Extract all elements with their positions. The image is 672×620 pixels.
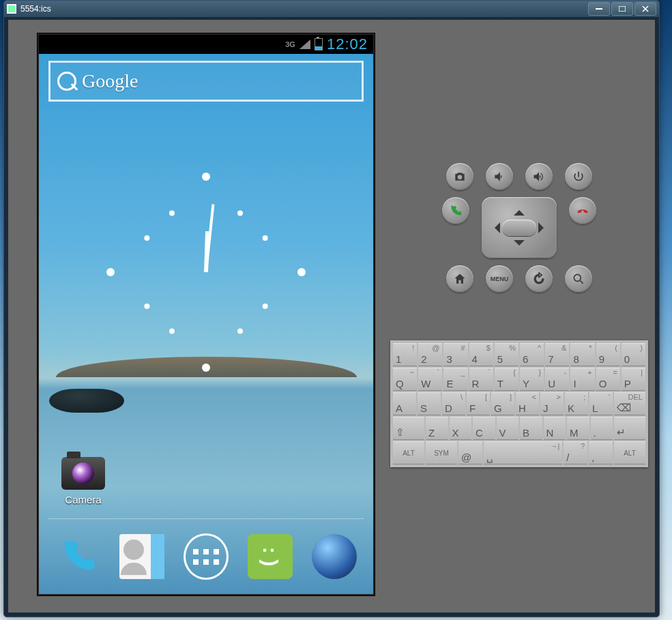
key-at[interactable]: @ xyxy=(458,441,482,464)
key-S[interactable]: S xyxy=(418,392,441,415)
key-5[interactable]: 5% xyxy=(495,343,518,366)
keyboard: 1!2@3#4$5%6^7&8*9(0) Q~W`E_R`T{Y}U-I+O=P… xyxy=(390,340,648,467)
key-I[interactable]: I+ xyxy=(570,368,594,391)
key-D[interactable]: D\ xyxy=(442,392,465,415)
svg-rect-1 xyxy=(619,6,626,12)
back-button[interactable] xyxy=(525,265,553,293)
dpad-center[interactable] xyxy=(502,220,536,236)
key-Q[interactable]: Q~ xyxy=(393,368,417,391)
call-button[interactable] xyxy=(442,197,469,224)
end-call-icon xyxy=(576,204,589,218)
phone-icon xyxy=(58,537,98,576)
home-button[interactable] xyxy=(446,265,473,293)
key-W[interactable]: W` xyxy=(418,368,442,391)
dock-browser[interactable] xyxy=(312,534,357,579)
key-E[interactable]: E_ xyxy=(443,368,467,391)
dpad-right-icon xyxy=(538,222,549,233)
home-screen[interactable]: Google Camera xyxy=(39,54,373,594)
dock-phone[interactable] xyxy=(55,534,100,579)
search-button[interactable] xyxy=(565,265,592,293)
status-bar[interactable]: 3G 12:02 xyxy=(39,35,373,54)
key-G[interactable]: G] xyxy=(491,392,514,415)
key-C[interactable]: C xyxy=(473,417,495,440)
network-indicator: 3G xyxy=(285,40,295,48)
end-call-button[interactable] xyxy=(569,197,596,224)
clock-text: 12:02 xyxy=(327,35,368,53)
key-V[interactable]: V xyxy=(497,417,519,440)
key-6[interactable]: 6^ xyxy=(520,343,544,366)
clock-tick xyxy=(144,235,149,241)
key-4[interactable]: 4$ xyxy=(469,343,493,366)
volume-down-button[interactable] xyxy=(486,163,513,190)
dock-contacts[interactable] xyxy=(119,534,164,579)
key-7[interactable]: 7& xyxy=(545,343,569,366)
key-comma[interactable]: , xyxy=(589,441,613,464)
key-M[interactable]: M xyxy=(567,417,589,440)
minimize-button[interactable] xyxy=(588,2,610,16)
back-icon xyxy=(532,272,546,286)
key-8[interactable]: 8* xyxy=(570,343,594,366)
key-N[interactable]: N xyxy=(544,417,566,440)
dpad-up-icon xyxy=(514,205,525,216)
clock-tick xyxy=(202,364,210,372)
key-L[interactable]: L' xyxy=(589,392,613,415)
key-X[interactable]: X xyxy=(450,417,472,440)
clock-tick xyxy=(169,329,175,334)
key-J[interactable]: J> xyxy=(540,392,564,415)
analog-clock-widget[interactable] xyxy=(97,163,315,381)
device-pane: 3G 12:02 Google xyxy=(8,20,383,612)
search-icon xyxy=(572,272,585,286)
maximize-button[interactable] xyxy=(611,2,633,16)
key-P[interactable]: P| xyxy=(622,368,645,391)
key-T[interactable]: T{ xyxy=(495,368,518,391)
volume-down-icon xyxy=(493,170,506,183)
key-alt-right[interactable]: ALT xyxy=(614,441,645,464)
key-sym[interactable]: SYM xyxy=(426,441,457,464)
emulator-window: 5554:ics 3G 12:02 Google xyxy=(3,0,660,617)
camera-hw-button[interactable] xyxy=(446,163,473,190)
key-0[interactable]: 0) xyxy=(622,343,645,366)
key-alt-left[interactable]: ALT xyxy=(393,441,424,464)
dock-messaging[interactable] xyxy=(248,534,293,579)
key-shift[interactable]: ⇧ xyxy=(393,417,424,440)
key-slash[interactable]: /? xyxy=(564,441,587,464)
close-button[interactable] xyxy=(634,2,656,16)
key-9[interactable]: 9( xyxy=(596,343,620,366)
dpad[interactable] xyxy=(482,197,557,259)
clock-tick xyxy=(144,304,149,309)
key-.[interactable]: . xyxy=(591,417,613,440)
clock-tick xyxy=(237,210,243,216)
key-enter[interactable]: ↵ xyxy=(614,417,645,440)
key-A[interactable]: A xyxy=(393,392,416,415)
titlebar[interactable]: 5554:ics xyxy=(4,1,659,17)
key-Y[interactable]: Y} xyxy=(520,368,544,391)
svg-rect-0 xyxy=(596,8,602,10)
camera-label: Camera xyxy=(53,494,114,505)
key-space[interactable]: ␣→| xyxy=(484,441,562,464)
key-1[interactable]: 1! xyxy=(393,343,417,366)
client-area: 3G 12:02 Google xyxy=(8,20,655,612)
power-button[interactable] xyxy=(565,163,592,190)
key-K[interactable]: K; xyxy=(565,392,588,415)
dock-apps[interactable] xyxy=(184,534,229,579)
key-H[interactable]: H< xyxy=(516,392,539,415)
key-delete[interactable]: DEL⌫ xyxy=(614,392,645,415)
google-search-widget[interactable]: Google xyxy=(48,61,364,102)
battery-icon xyxy=(315,38,323,50)
key-3[interactable]: 3# xyxy=(443,343,467,366)
camera-icon xyxy=(453,170,467,183)
camera-app-shortcut[interactable]: Camera xyxy=(53,457,114,505)
dock-divider xyxy=(48,518,364,519)
clock-tick xyxy=(237,329,243,334)
key-B[interactable]: B xyxy=(520,417,542,440)
key-R[interactable]: R` xyxy=(469,368,493,391)
key-Z[interactable]: Z xyxy=(426,417,448,440)
dpad-down-icon xyxy=(514,240,525,251)
key-U[interactable]: U- xyxy=(545,368,569,391)
volume-up-button[interactable] xyxy=(525,163,553,190)
key-F[interactable]: F[ xyxy=(467,392,490,415)
key-2[interactable]: 2@ xyxy=(418,343,442,366)
key-O[interactable]: O= xyxy=(596,368,620,391)
power-icon xyxy=(572,170,585,183)
menu-button[interactable]: MENU xyxy=(486,265,513,293)
